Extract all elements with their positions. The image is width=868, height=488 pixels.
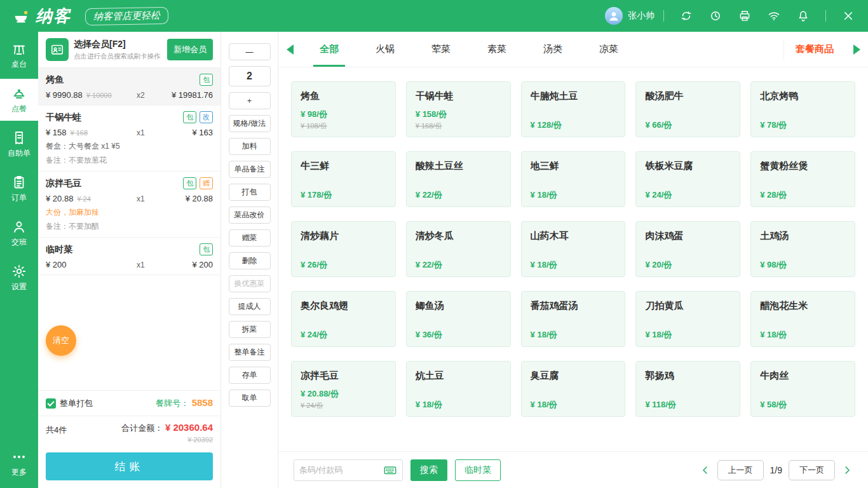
action-button[interactable]: 加料 — [229, 138, 271, 155]
temp-dish-button[interactable]: 临时菜 — [455, 459, 501, 481]
action-button[interactable]: 拆菜 — [229, 321, 271, 338]
sidebar-item-more[interactable]: 更多 — [0, 442, 38, 484]
user-name[interactable]: 张小帅 — [628, 10, 654, 22]
menu-item-card[interactable]: 北京烤鸭 ¥ 78/份 — [750, 81, 855, 137]
tab-combo-products[interactable]: 套餐商品 — [783, 39, 845, 60]
printer-icon[interactable] — [738, 9, 752, 23]
menu-item-price: ¥ 26/份 — [301, 259, 386, 271]
order-item[interactable]: 干锅牛蛙 包 改 ¥ 158 ¥ 168 x1 ¥ 163 餐盒：大号餐盒 x1… — [38, 105, 220, 172]
divider — [825, 10, 826, 22]
item-count: 共4件 — [46, 422, 67, 444]
action-button[interactable]: 整单备注 — [229, 344, 271, 361]
sidebar-item-selforder[interactable]: 自助单 — [0, 123, 38, 165]
action-button[interactable]: 提成人 — [229, 298, 271, 315]
menu-item-card[interactable]: 炕土豆 ¥ 18/份 — [406, 361, 511, 417]
action-button[interactable]: 删除 — [229, 252, 271, 269]
category-tab[interactable]: 素菜 — [469, 32, 525, 67]
menu-item-card[interactable]: 郭扬鸡 ¥ 118/份 — [635, 361, 740, 417]
order-item-qty: x2 — [137, 91, 163, 100]
action-button[interactable]: 菜品改价 — [229, 207, 271, 224]
category-tab[interactable]: 火锅 — [357, 32, 413, 67]
order-item[interactable]: 凉拌毛豆 包 赠 ¥ 20.88 ¥ 24 x1 ¥ 20.88 大份，加麻加辣… — [38, 172, 220, 238]
action-button[interactable]: 换优惠菜 — [229, 275, 271, 292]
menu-item-card[interactable]: 蟹黄粉丝煲 ¥ 28/份 — [750, 151, 855, 207]
menu-item-card[interactable]: 地三鲜 ¥ 18/份 — [521, 151, 626, 207]
menu-item-card[interactable]: 烤鱼 ¥ 98/份 ¥ 108/份 — [291, 81, 396, 137]
history-icon[interactable] — [709, 9, 722, 23]
qty-minus-button[interactable]: — — [229, 43, 271, 60]
sidebar-item-tables[interactable]: 桌台 — [0, 34, 38, 76]
divider — [663, 10, 664, 22]
category-scroll-left-icon[interactable] — [278, 44, 301, 55]
menu-item-card[interactable]: 肉沫鸡蛋 ¥ 20/份 — [635, 221, 740, 277]
sidebar-item-shift[interactable]: 交班 — [0, 212, 38, 254]
menu-item-card[interactable]: 牛肉丝 ¥ 58/份 — [750, 361, 855, 417]
notification-bell-icon[interactable] — [796, 9, 810, 23]
menu-item-card[interactable]: 清炒藕片 ¥ 26/份 — [291, 221, 396, 277]
menu-item-card[interactable]: 山药木耳 ¥ 18/份 — [521, 221, 626, 277]
wifi-icon[interactable] — [767, 9, 781, 23]
menu-item-card[interactable]: 醋泡花生米 ¥ 18/份 — [750, 291, 855, 347]
sidebar: 桌台 点餐 自助单 订单 — [0, 32, 38, 488]
category-tab[interactable]: 荤菜 — [413, 32, 469, 67]
menu-item-card[interactable]: 清炒冬瓜 ¥ 22/份 — [406, 221, 511, 277]
close-icon[interactable] — [841, 9, 855, 23]
action-button[interactable]: 存单 — [229, 367, 271, 384]
next-page-button[interactable]: 下一页 — [789, 460, 835, 480]
menu-item-original-price: ¥ 24/份 — [301, 401, 386, 410]
order-item-note: 备注：不要加醋 — [46, 221, 213, 232]
clear-order-button[interactable]: 清空 — [46, 325, 76, 356]
order-item[interactable]: 临时菜 包 ¥ 200 x1 ¥ 200 — [38, 238, 220, 275]
menu-item-card[interactable]: 牛三鲜 ¥ 178/份 — [291, 151, 396, 207]
menu-item-card[interactable]: 臭豆腐 ¥ 18/份 — [521, 361, 626, 417]
menu-item-card[interactable]: 酸汤肥牛 ¥ 66/份 — [635, 81, 740, 137]
category-tab[interactable]: 汤类 — [525, 32, 581, 67]
action-button[interactable]: 规格/做法 — [229, 115, 271, 132]
menu-item-price: ¥ 128/份 — [531, 119, 616, 131]
member-header[interactable]: 选择会员[F2] 点击进行会员搜索或刷卡操作 新增会员 — [38, 32, 220, 68]
user-avatar[interactable] — [605, 7, 623, 25]
menu-item-card[interactable]: 凉拌毛豆 ¥ 20.88/份 ¥ 24/份 — [291, 361, 396, 417]
menu-item-card[interactable]: 土鸡汤 ¥ 98/份 — [750, 221, 855, 277]
total-value: ¥ 20360.64 — [165, 422, 213, 433]
pack-badge: 包 — [200, 74, 213, 86]
action-button[interactable]: 单品备注 — [229, 161, 271, 178]
qty-plus-button[interactable]: + — [229, 92, 271, 109]
order-item-amount: ¥ 19981.76 — [163, 90, 213, 100]
sidebar-item-orders[interactable]: 订单 — [0, 168, 38, 210]
menu-item-card[interactable]: 铁板米豆腐 ¥ 24/份 — [635, 151, 740, 207]
action-button[interactable]: 赠菜 — [229, 229, 271, 247]
menu-item-card[interactable]: 酸辣土豆丝 ¥ 22/份 — [406, 151, 511, 207]
search-button[interactable]: 搜索 — [410, 459, 447, 481]
chevron-right-icon[interactable] — [841, 464, 853, 476]
qty-value[interactable]: 2 — [229, 66, 271, 86]
table-number[interactable]: 餐牌号： 5858 — [156, 397, 213, 409]
pack-all-checkbox[interactable]: 整单打包 — [46, 398, 93, 409]
category-tab[interactable]: 凉菜 — [581, 32, 637, 67]
category-scroll-right-icon[interactable] — [845, 44, 868, 55]
sidebar-item-settings[interactable]: 设置 — [0, 257, 38, 299]
menu-item-name: 酸汤肥牛 — [645, 90, 731, 102]
barcode-input[interactable] — [299, 465, 383, 475]
order-item-amount: ¥ 20.88 — [163, 194, 213, 203]
add-member-button[interactable]: 新增会员 — [167, 39, 213, 60]
pager: 上一页 1/9 下一页 — [700, 460, 853, 480]
menu-item-card[interactable]: 番茄鸡蛋汤 ¥ 18/份 — [521, 291, 626, 347]
sidebar-item-ordering[interactable]: 点餐 — [0, 79, 38, 121]
sync-icon[interactable] — [679, 9, 693, 23]
menu-item-card[interactable]: 牛腩炖土豆 ¥ 128/份 — [521, 81, 626, 137]
prev-page-button[interactable]: 上一页 — [717, 460, 764, 480]
keyboard-icon[interactable] — [383, 463, 397, 477]
menu-item-name: 凉拌毛豆 — [301, 370, 386, 382]
menu-item-card[interactable]: 奥尔良鸡翅 ¥ 24/份 — [291, 291, 396, 347]
menu-item-card[interactable]: 鲫鱼汤 ¥ 36/份 — [406, 291, 511, 347]
menu-area: 烤鱼 ¥ 98/份 ¥ 108/份 干锅牛蛙 ¥ 158/份 ¥ 168/份 牛… — [278, 67, 868, 451]
category-tab[interactable]: 全部 — [301, 32, 357, 67]
checkout-button[interactable]: 结账 — [46, 452, 213, 480]
chevron-left-icon[interactable] — [700, 464, 711, 476]
action-button[interactable]: 取单 — [229, 390, 271, 407]
action-button[interactable]: 打包 — [229, 184, 271, 201]
menu-item-card[interactable]: 刀拍黄瓜 ¥ 18/份 — [635, 291, 740, 347]
menu-item-card[interactable]: 干锅牛蛙 ¥ 158/份 ¥ 168/份 — [406, 81, 511, 137]
order-item[interactable]: 烤鱼 包 ¥ 9990.88 ¥ 10000 x2 ¥ 19981.76 — [38, 68, 220, 105]
